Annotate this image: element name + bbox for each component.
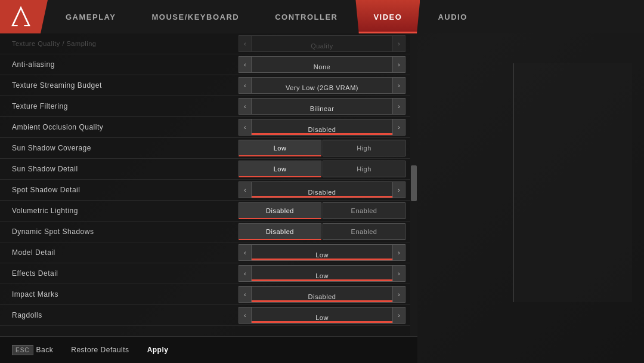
dynamic-spot-shadows-enabled-btn[interactable]: Enabled [323,223,405,240]
dynamic-spot-shadows-control: Disabled Enabled [239,223,405,240]
logo-area [0,0,48,33]
apply-label: Apply [147,346,169,354]
effects-detail-right-arrow[interactable]: › [392,265,405,282]
dynamic-spot-shadows-disabled-btn[interactable]: Disabled [239,223,321,240]
volumetric-lighting-disabled-btn[interactable]: Disabled [239,202,321,219]
volumetric-lighting-control: Disabled Enabled [239,202,405,219]
effects-detail-control: ‹ Low › [239,265,405,282]
anti-aliasing-right-arrow[interactable]: › [392,56,405,73]
sun-shadow-detail-high-btn[interactable]: High [323,161,405,177]
ambient-occlusion-bar [252,133,392,135]
sun-shadow-coverage-low-btn[interactable]: Low [239,140,321,156]
right-decoration [513,63,632,302]
ragdolls-control: ‹ Low › [239,307,405,324]
apply-button[interactable]: Apply [147,346,169,354]
model-detail-value: Low [315,252,329,259]
spot-shadow-detail-right-arrow[interactable]: › [392,182,405,198]
anti-aliasing-label: Anti-aliasing [12,60,239,69]
ambient-occlusion-label: Ambient Occlusion Quality [12,123,239,131]
nav-tabs: GAMEPLAY MOUSE/KEYBOARD CONTROLLER VIDEO… [48,0,644,33]
model-detail-left-arrow[interactable]: ‹ [239,244,252,261]
setting-row-texture-streaming: Texture Streaming Budget ‹ Very Low (2GB… [0,75,417,96]
texture-streaming-value: Very Low (2GB VRAM) [286,85,358,91]
dynamic-spot-shadows-label: Dynamic Spot Shadows [12,227,239,236]
model-detail-control: ‹ Low › [239,244,405,261]
tab-audio[interactable]: AUDIO [420,0,485,33]
anti-aliasing-left-arrow[interactable]: ‹ [239,56,252,73]
anti-aliasing-value: None [314,64,330,70]
texture-filtering-label: Texture Filtering [12,102,239,110]
texture-streaming-value-display: Very Low (2GB VRAM) [252,77,392,94]
model-detail-value-display: Low [252,244,392,261]
impact-marks-control: ‹ Disabled › [239,286,405,303]
setting-row-volumetric-lighting: Volumetric Lighting Disabled Enabled [0,201,417,222]
setting-row-sun-shadow-coverage: Sun Shadow Coverage Low High [0,138,417,159]
setting-row-ambient-occlusion: Ambient Occlusion Quality ‹ Disabled › [0,117,417,138]
texture-filtering-left-arrow[interactable]: ‹ [239,98,252,115]
sun-shadow-detail-low-btn[interactable]: Low [239,161,321,177]
volumetric-lighting-enabled-btn[interactable]: Enabled [323,202,405,219]
truncated-value-display: Quality [252,35,392,52]
truncated-value: Quality [311,43,333,50]
texture-filtering-value: Bilinear [310,106,335,112]
spot-shadow-detail-value-display: Disabled [252,182,392,198]
ambient-occlusion-left-arrow[interactable]: ‹ [239,119,252,136]
setting-row-spot-shadow-detail: Spot Shadow Detail ‹ Disabled › [0,180,417,201]
back-button[interactable]: ESC Back [12,345,53,355]
texture-filtering-value-display: Bilinear [252,98,392,115]
scrollbar[interactable] [410,33,417,363]
texture-streaming-left-arrow[interactable]: ‹ [239,77,252,94]
truncated-right-arrow[interactable]: › [392,35,405,52]
tab-mouse-keyboard[interactable]: MOUSE/KEYBOARD [134,0,257,33]
ragdolls-value-display: Low [252,307,392,324]
back-label: Back [36,346,54,354]
texture-streaming-control: ‹ Very Low (2GB VRAM) › [239,77,405,94]
model-detail-right-arrow[interactable]: › [392,244,405,261]
effects-detail-label: Effects Detail [12,269,239,278]
impact-marks-label: Impact Marks [12,290,239,299]
esc-badge: ESC [12,345,33,355]
bottom-bar: ESC Back Restore Defaults Apply [0,336,417,363]
restore-defaults-button[interactable]: Restore Defaults [71,346,129,354]
impact-marks-right-arrow[interactable]: › [392,286,405,303]
restore-defaults-label: Restore Defaults [71,346,129,354]
sun-shadow-coverage-label: Sun Shadow Coverage [12,144,239,152]
ragdolls-bar [252,321,392,323]
sun-shadow-detail-label: Sun Shadow Detail [12,165,239,173]
ragdolls-left-arrow[interactable]: ‹ [239,307,252,324]
effects-detail-value: Low [315,273,329,279]
ragdolls-label: Ragdolls [12,311,239,319]
tab-controller[interactable]: CONTROLLER [257,0,355,33]
setting-row-sun-shadow-detail: Sun Shadow Detail Low High [0,159,417,180]
model-detail-bar [252,259,392,260]
volumetric-lighting-label: Volumetric Lighting [12,207,239,215]
setting-row-anti-aliasing: Anti-aliasing ‹ None › [0,54,417,75]
sun-shadow-coverage-high-btn[interactable]: High [323,140,405,156]
anti-aliasing-control: ‹ None › [239,56,405,73]
texture-streaming-label: Texture Streaming Budget [12,81,239,90]
ambient-occlusion-control: ‹ Disabled › [239,119,405,136]
setting-row-ragdolls: Ragdolls ‹ Low › [0,305,417,326]
spot-shadow-detail-control: ‹ Disabled › [239,182,405,198]
ragdolls-right-arrow[interactable]: › [392,307,405,324]
impact-marks-value: Disabled [308,294,336,300]
effects-detail-left-arrow[interactable]: ‹ [239,265,252,282]
texture-filtering-right-arrow[interactable]: › [392,98,405,115]
right-area [417,33,644,363]
truncated-row: Texture Quality / Sampling ‹ Quality › [0,33,417,54]
scrollbar-thumb[interactable] [411,165,417,201]
spot-shadow-detail-bar [252,196,392,198]
model-detail-label: Model Detail [12,248,239,257]
ambient-occlusion-value-display: Disabled [252,119,392,136]
ragdolls-value: Low [315,315,329,321]
ambient-occlusion-right-arrow[interactable]: › [392,119,405,136]
setting-row-model-detail: Model Detail ‹ Low › [0,242,417,263]
texture-streaming-right-arrow[interactable]: › [392,77,405,94]
sun-shadow-detail-control: Low High [239,161,405,177]
truncated-left-arrow[interactable]: ‹ [239,35,252,52]
tab-video[interactable]: VIDEO [355,0,420,33]
spot-shadow-detail-left-arrow[interactable]: ‹ [239,182,252,198]
spot-shadow-detail-label: Spot Shadow Detail [12,186,239,194]
impact-marks-left-arrow[interactable]: ‹ [239,286,252,303]
tab-gameplay[interactable]: GAMEPLAY [48,0,134,33]
